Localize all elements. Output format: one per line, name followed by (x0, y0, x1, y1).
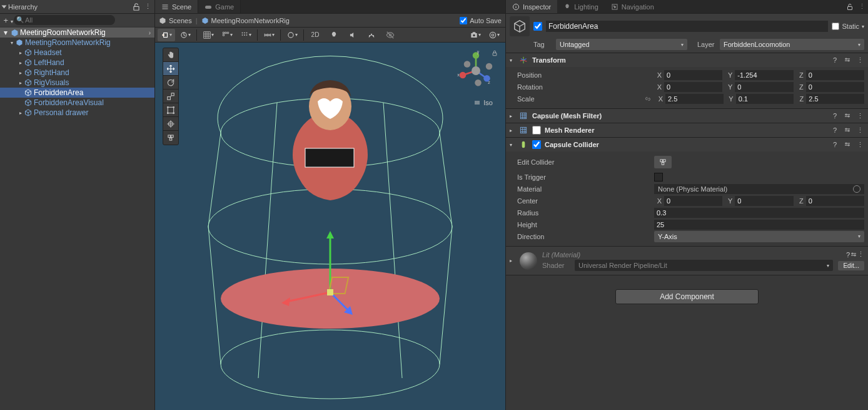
direction-dropdown[interactable]: Y-Axis▾ (654, 231, 864, 242)
center-z[interactable] (806, 196, 864, 206)
tool-draw-mode[interactable]: ▾ (283, 29, 301, 41)
tab-scene[interactable]: Scene (155, 0, 198, 13)
tool-gizmos[interactable]: ▾ (485, 29, 503, 41)
hierarchy-scene-row[interactable]: ▾ MeetingRoomNetworkRig › (0, 28, 154, 38)
hierarchy-item-lefthand[interactable]: ▸ LeftHand (0, 58, 154, 68)
preset-icon[interactable] (843, 140, 852, 149)
context-menu-icon[interactable]: ⋮ (855, 140, 864, 149)
tool-snap-incremental[interactable]: ▾ (218, 29, 236, 41)
tool-pivot-mode[interactable]: ▾ (158, 29, 175, 41)
rotation-z[interactable] (806, 82, 864, 92)
foldout-icon[interactable]: ▸ (510, 258, 515, 264)
hierarchy-header[interactable]: Hierarchy ⋮ (0, 0, 154, 14)
inspector-lock-icon[interactable] (844, 0, 856, 13)
help-icon[interactable]: ? (830, 111, 839, 120)
inspector-menu-icon[interactable]: ⋮ (856, 0, 868, 13)
object-picker-icon[interactable] (853, 185, 860, 193)
preset-icon[interactable] (843, 126, 852, 135)
scale-z[interactable] (806, 94, 864, 104)
hierarchy-search-input[interactable] (14, 15, 115, 25)
rotation-x[interactable] (664, 82, 722, 92)
tool-grid-snap[interactable]: ▾ (237, 29, 255, 41)
context-menu-icon[interactable]: ⋮ (857, 250, 864, 259)
hierarchy-item-headset[interactable]: ▸ Headset (0, 48, 154, 58)
edit-collider-button[interactable] (654, 156, 672, 168)
tab-game[interactable]: Game (198, 0, 241, 13)
tool-scale[interactable] (163, 90, 178, 103)
capsule-collider-enable[interactable] (532, 140, 541, 149)
shader-dropdown[interactable]: Universal Render Pipeline/Lit▾ (575, 260, 833, 271)
tab-inspector[interactable]: Inspector (506, 0, 557, 13)
gizmo-lock-icon[interactable] (492, 50, 498, 56)
hierarchy-item-personaldrawer[interactable]: ▸ Personal drawer (0, 108, 154, 118)
tool-audio[interactable] (344, 29, 361, 41)
tool-scene-visibility[interactable] (381, 29, 399, 41)
context-menu-icon[interactable]: ⋮ (855, 111, 864, 120)
rotation-y[interactable] (735, 82, 793, 92)
shader-edit-button[interactable]: Edit... (838, 261, 864, 270)
tab-navigation[interactable]: Navigation (605, 0, 660, 13)
autosave-toggle[interactable]: Auto Save (460, 17, 502, 24)
tool-rect[interactable] (163, 103, 178, 117)
scene-viewport[interactable]: y x z Iso (155, 43, 505, 410)
static-toggle[interactable]: Static ▾ (832, 23, 864, 30)
radius-input[interactable] (654, 208, 864, 218)
tool-custom[interactable] (163, 131, 178, 145)
preset-icon[interactable] (843, 56, 852, 64)
height-input[interactable] (654, 220, 864, 230)
mesh-filter-header[interactable]: ▸ Capsule (Mesh Filter) ? ⋮ (506, 109, 868, 123)
mesh-renderer-enable[interactable] (532, 126, 541, 135)
object-type-icon[interactable] (510, 16, 530, 36)
help-icon[interactable]: ? (830, 140, 839, 149)
tool-move[interactable] (163, 62, 178, 76)
panel-menu-icon[interactable]: ⋮ (143, 3, 152, 11)
is-trigger-checkbox[interactable] (654, 173, 663, 182)
breadcrumb-prefab[interactable]: MeetingRoomNetworkRig (201, 17, 290, 24)
breadcrumb-scenes[interactable]: Scenes (159, 17, 192, 24)
tab-lighting[interactable]: Lighting (557, 0, 605, 13)
preset-icon[interactable] (843, 111, 852, 120)
center-x[interactable] (664, 196, 722, 206)
scale-y[interactable] (736, 94, 794, 104)
hierarchy-item-forbiddenareavisual[interactable]: ForbiddenAreaVisual (0, 98, 154, 108)
position-x[interactable] (664, 70, 722, 80)
tool-camera[interactable]: ▾ (467, 29, 484, 41)
material-preview-icon[interactable] (520, 252, 537, 270)
object-name-input[interactable] (546, 21, 828, 32)
physic-material-field[interactable]: None (Physic Material) (654, 184, 864, 194)
lock-icon[interactable] (132, 3, 141, 11)
projection-label[interactable]: Iso (473, 99, 493, 106)
tool-transform[interactable] (163, 117, 178, 131)
tool-rotate[interactable] (163, 76, 178, 90)
tool-snap-increment[interactable]: ▾ (260, 29, 278, 41)
tool-grid-visibility[interactable]: ▾ (199, 29, 217, 41)
add-component-button[interactable]: Add Component (615, 289, 759, 304)
tool-handle-rotation[interactable]: ▾ (176, 29, 194, 41)
hierarchy-item-rigvisuals[interactable]: ▸ RigVisuals (0, 78, 154, 88)
preset-icon[interactable] (850, 251, 857, 259)
position-y[interactable] (735, 70, 793, 80)
help-icon[interactable]: ? (830, 126, 839, 135)
scale-x[interactable] (665, 94, 724, 104)
hierarchy-item-root[interactable]: ▾ MeetingRoomNetworkRig (0, 38, 154, 48)
constrain-scale-icon[interactable] (644, 95, 653, 103)
tool-hand[interactable] (163, 48, 178, 62)
hierarchy-add-dropdown[interactable]: + ▾ (3, 16, 14, 25)
chevron-right-icon[interactable]: › (149, 29, 154, 36)
tool-lighting[interactable] (325, 29, 343, 41)
context-menu-icon[interactable]: ⋮ (855, 126, 864, 135)
position-z[interactable] (806, 70, 864, 80)
hierarchy-item-righthand[interactable]: ▸ RightHand (0, 68, 154, 78)
mesh-renderer-header[interactable]: ▸ Mesh Renderer ? ⋮ (506, 123, 868, 137)
tool-2d-toggle[interactable]: 2D (306, 29, 324, 41)
static-checkbox[interactable] (832, 23, 839, 30)
tag-dropdown[interactable]: Untagged▾ (556, 39, 687, 50)
layer-dropdown[interactable]: ForbiddenLocomotion▾ (720, 39, 864, 50)
object-active-checkbox[interactable] (533, 22, 542, 31)
capsule-collider-header[interactable]: ▾ Capsule Collider ? ⋮ (506, 138, 868, 151)
context-menu-icon[interactable]: ⋮ (855, 56, 864, 64)
hierarchy-item-forbiddenarea[interactable]: ForbiddenArea (0, 88, 154, 98)
center-y[interactable] (735, 196, 793, 206)
tool-fx[interactable] (363, 29, 380, 41)
transform-header[interactable]: ▾ Transform ? ⋮ (506, 53, 868, 67)
